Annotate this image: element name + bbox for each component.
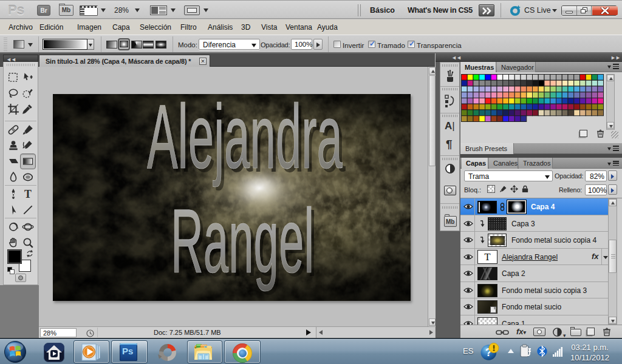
- svg-text:T: T: [24, 188, 32, 200]
